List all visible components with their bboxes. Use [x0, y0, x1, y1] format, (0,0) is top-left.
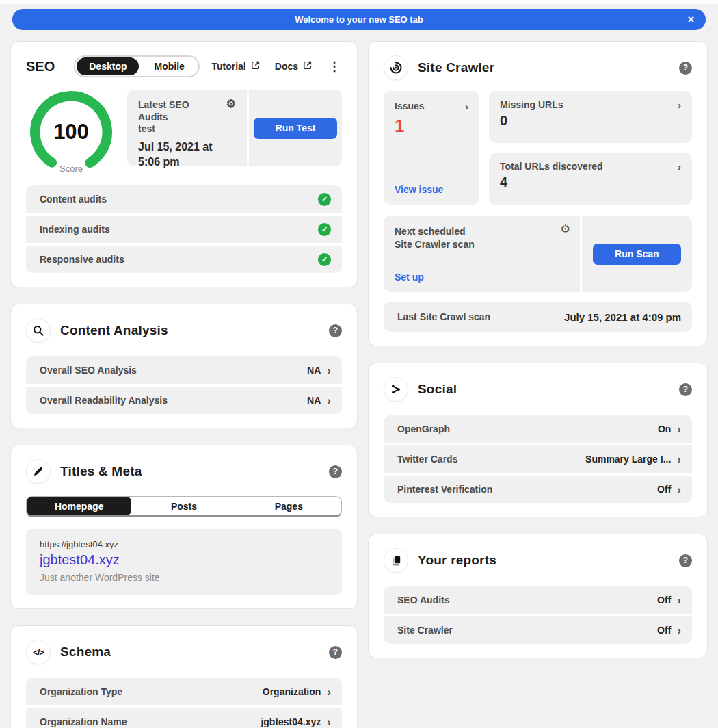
- audit-row-indexing[interactable]: Indexing audits ✓: [26, 216, 342, 243]
- tutorial-link-label: Tutorial: [211, 61, 245, 72]
- close-icon[interactable]: ✕: [687, 9, 695, 30]
- docs-link[interactable]: Docs: [275, 61, 312, 72]
- issues-box[interactable]: Issues › 1 View issue: [384, 91, 479, 205]
- your-reports-title: Your reports: [418, 553, 496, 568]
- row-overall-readability-analysis[interactable]: Overall Readability Analysis NA ›: [26, 387, 342, 414]
- social-title: Social: [418, 382, 457, 397]
- total-urls-count: 4: [500, 174, 681, 190]
- latest-audit-section: Latest SEO Audits ⚙ test Jul 15, 2021 at…: [127, 90, 342, 166]
- gear-icon[interactable]: ⚙: [226, 99, 236, 109]
- help-icon[interactable]: ?: [679, 62, 692, 75]
- left-column: SEO Desktop Mobile Tutorial Docs: [10, 41, 358, 728]
- scheduled-scan-section: Next scheduled Site Crawler scan ⚙ Set u…: [384, 216, 692, 292]
- content-analysis-title: Content Analysis: [60, 323, 168, 338]
- seo-card-title: SEO: [26, 59, 55, 75]
- social-rows: OpenGraph On › Twitter Cards Summary Lar…: [384, 415, 692, 503]
- toggle-desktop[interactable]: Desktop: [77, 57, 139, 75]
- social-card: Social ? OpenGraph On › Twitter Cards Su…: [368, 363, 708, 517]
- pencil-icon: [26, 459, 51, 484]
- chevron-right-icon: ›: [677, 484, 681, 495]
- titles-meta-tabs: Homepage Posts Pages: [26, 496, 342, 517]
- audit-row-content[interactable]: Content audits ✓: [26, 185, 342, 213]
- row-twitter-cards[interactable]: Twitter Cards Summary Large I... ›: [384, 445, 692, 473]
- help-icon[interactable]: ?: [679, 554, 692, 567]
- chevron-right-icon: ›: [678, 161, 681, 172]
- view-issue-link[interactable]: View issue: [395, 184, 468, 195]
- titles-meta-title: Titles & Meta: [60, 464, 142, 479]
- serp-preview: https://jgbtest04.xyz jgbtest04.xyz Just…: [26, 529, 342, 595]
- missing-urls-count: 0: [500, 113, 681, 129]
- chevron-right-icon: ›: [677, 625, 681, 636]
- seo-card: SEO Desktop Mobile Tutorial Docs: [10, 41, 358, 287]
- kebab-menu-icon[interactable]: ⋮: [327, 59, 342, 74]
- chevron-right-icon: ›: [677, 424, 681, 435]
- social-header: Social ?: [384, 377, 692, 402]
- site-crawler-header: Site Crawler ?: [384, 55, 692, 80]
- schema-header: </> Schema ?: [26, 640, 342, 664]
- toggle-mobile[interactable]: Mobile: [142, 57, 196, 75]
- gear-icon[interactable]: ⚙: [560, 224, 570, 235]
- row-organization-name[interactable]: Organization Name jgbtest04.xyz ›: [26, 708, 342, 728]
- last-scan-value: July 15, 2021 at 4:09 pm: [564, 311, 681, 323]
- total-urls-label: Total URLs discovered: [500, 161, 603, 172]
- check-circle-icon: ✓: [318, 253, 331, 266]
- chevron-right-icon: ›: [327, 716, 331, 728]
- row-overall-seo-analysis[interactable]: Overall SEO Analysis NA ›: [26, 356, 342, 384]
- page-top-strip: [0, 0, 718, 4]
- content-analysis-rows: Overall SEO Analysis NA › Overall Readab…: [26, 356, 342, 414]
- issues-count: 1: [395, 116, 468, 137]
- missing-urls-box[interactable]: Missing URLs › 0: [489, 91, 692, 143]
- run-test-button[interactable]: Run Test: [254, 118, 338, 139]
- tab-homepage[interactable]: Homepage: [27, 497, 131, 515]
- main-content: SEO Desktop Mobile Tutorial Docs: [0, 30, 718, 728]
- right-column: Site Crawler ? Issues › 1 View issue Mis…: [368, 41, 708, 675]
- row-organization-type[interactable]: Organization Type Organization ›: [26, 678, 342, 705]
- set-up-link[interactable]: Set up: [395, 272, 569, 283]
- help-icon[interactable]: ?: [329, 465, 342, 478]
- chevron-right-icon: ›: [677, 595, 681, 606]
- device-toggle: Desktop Mobile: [74, 55, 200, 77]
- check-circle-icon: ✓: [318, 223, 331, 236]
- serp-tagline: Just another WordPress site: [40, 572, 328, 583]
- titles-meta-header: Titles & Meta ?: [26, 459, 342, 484]
- total-urls-box[interactable]: Total URLs discovered › 4: [489, 153, 692, 205]
- tutorial-link[interactable]: Tutorial: [211, 61, 259, 72]
- row-opengraph[interactable]: OpenGraph On ›: [384, 415, 692, 443]
- welcome-banner-text: Welcome to your new SEO tab: [295, 14, 423, 25]
- seo-score-gauge: 100 Score: [26, 90, 116, 174]
- site-crawler-card: Site Crawler ? Issues › 1 View issue Mis…: [368, 41, 708, 346]
- serp-site-title[interactable]: jgbtest04.xyz: [40, 552, 328, 568]
- search-icon: [26, 318, 51, 343]
- help-icon[interactable]: ?: [329, 646, 342, 659]
- code-icon: </>: [26, 640, 51, 664]
- row-seo-audits-report[interactable]: SEO Audits Off ›: [384, 586, 692, 614]
- check-circle-icon: ✓: [318, 193, 331, 206]
- tab-posts[interactable]: Posts: [131, 497, 236, 515]
- chevron-right-icon: ›: [327, 365, 331, 376]
- crawler-stats: Issues › 1 View issue Missing URLs › 0: [384, 91, 692, 205]
- content-analysis-card: Content Analysis ? Overall SEO Analysis …: [10, 304, 358, 428]
- row-site-crawler-report[interactable]: Site Crawler Off ›: [384, 616, 692, 644]
- schema-card: </> Schema ? Organization Type Organizat…: [10, 625, 358, 728]
- crawler-stat-stack: Missing URLs › 0 Total URLs discovered ›…: [489, 91, 692, 205]
- issues-label: Issues: [395, 101, 425, 112]
- tab-pages[interactable]: Pages: [237, 497, 341, 515]
- schema-rows: Organization Type Organization › Organiz…: [26, 678, 342, 728]
- missing-urls-label: Missing URLs: [500, 99, 563, 110]
- row-pinterest-verification[interactable]: Pinterest Verification Off ›: [384, 476, 692, 503]
- seo-card-header: SEO Desktop Mobile Tutorial Docs: [26, 55, 342, 77]
- chevron-right-icon: ›: [327, 686, 331, 698]
- help-icon[interactable]: ?: [679, 383, 692, 396]
- latest-audit-box: Latest SEO Audits ⚙ test Jul 15, 2021 at…: [127, 90, 247, 166]
- run-scan-button[interactable]: Run Scan: [593, 244, 681, 265]
- last-scan-row: Last Site Crawl scan July 15, 2021 at 4:…: [384, 302, 692, 332]
- welcome-banner: Welcome to your new SEO tab ✕: [12, 9, 706, 30]
- chevron-right-icon: ›: [678, 100, 681, 110]
- your-reports-card: Your reports ? SEO Audits Off › Site Cra…: [368, 534, 708, 658]
- audit-row-responsive[interactable]: Responsive audits ✓: [26, 246, 342, 273]
- help-icon[interactable]: ?: [329, 324, 342, 337]
- share-icon: [384, 377, 408, 402]
- latest-audit-date: Jul 15, 2021 at 5:06 pm: [138, 140, 236, 169]
- chevron-right-icon: ›: [465, 101, 468, 112]
- seo-header-links: Tutorial Docs ⋮: [211, 59, 342, 74]
